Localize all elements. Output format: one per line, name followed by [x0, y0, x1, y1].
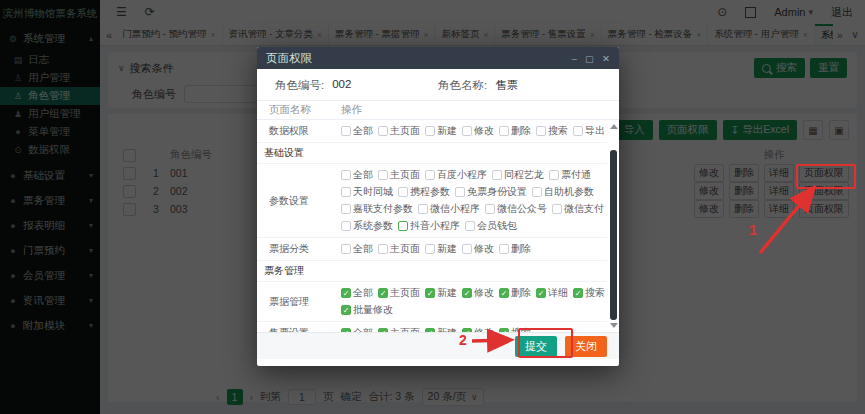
checkbox-icon: [378, 244, 388, 254]
permission-checkbox[interactable]: 嘉联支付参数: [341, 202, 413, 216]
checkbox-label: 免票身份设置: [467, 185, 527, 199]
checkbox-label: 修改: [474, 124, 494, 138]
checkbox-label: 票付通: [561, 168, 591, 182]
permission-checkbox[interactable]: 微信小程序: [418, 202, 480, 216]
scroll-down-icon[interactable]: [610, 323, 618, 328]
checkbox-icon: ✓: [341, 305, 351, 315]
permission-checkbox[interactable]: ✓主页面: [378, 326, 420, 332]
checkbox-icon: [341, 221, 351, 231]
permission-checkbox[interactable]: ✓修改: [462, 286, 494, 300]
checkbox-icon: ✓: [378, 328, 388, 332]
permission-checkbox[interactable]: 全部: [341, 168, 373, 182]
checkbox-label: 微信小程序: [430, 202, 480, 216]
permission-checkbox[interactable]: 新建: [425, 242, 457, 256]
permission-options: ✓全部✓主页面✓新建✓修改✓删除✓详细✓搜索✓批量修改: [341, 285, 607, 318]
permission-checkbox[interactable]: 主页面: [378, 168, 420, 182]
permission-checkbox[interactable]: ✓删除: [499, 286, 531, 300]
permission-table-header: 页面名称 操作: [257, 100, 619, 120]
permission-checkbox[interactable]: ✓批量修改: [341, 303, 393, 317]
modal-role-info: 角色编号: 002 角色名称: 售票: [257, 69, 619, 100]
checkbox-label: 抖音小程序: [410, 219, 460, 233]
permission-checkbox[interactable]: 票付通: [549, 168, 591, 182]
checkbox-icon: [398, 221, 408, 231]
checkbox-icon: [499, 244, 509, 254]
permission-options: 全部主页面百度小程序同程艺龙票付通天时同城携程参数免票身份设置自助机参数嘉联支付…: [341, 167, 607, 234]
permission-checkbox[interactable]: 微信支付: [552, 202, 604, 216]
permission-checkbox[interactable]: 微信公众号: [485, 202, 547, 216]
permission-page-name: 参数设置: [257, 194, 341, 208]
permission-page-name: 票务管理: [257, 264, 336, 278]
permission-scroll-area: 数据权限全部主页面新建修改删除搜索导出基础设置参数设置全部主页面百度小程序同程艺…: [257, 120, 619, 332]
permission-page-name: 票据分类: [257, 242, 341, 256]
scroll-up-icon[interactable]: [610, 124, 618, 129]
permission-checkbox[interactable]: 全部: [341, 242, 373, 256]
permission-checkbox[interactable]: ✓搜索: [573, 286, 605, 300]
permission-checkbox[interactable]: 携程参数: [398, 185, 450, 199]
permission-checkbox[interactable]: ✓搜索: [499, 326, 531, 332]
permission-list: 数据权限全部主页面新建修改删除搜索导出基础设置参数设置全部主页面百度小程序同程艺…: [257, 120, 607, 332]
close-icon[interactable]: ✕: [602, 53, 610, 64]
checkbox-label: 删除: [511, 242, 531, 256]
checkbox-label: 新建: [437, 326, 457, 332]
permission-checkbox[interactable]: ✓新建: [425, 326, 457, 332]
checkbox-label: 百度小程序: [437, 168, 487, 182]
scrollbar-thumb[interactable]: [610, 150, 617, 320]
permission-checkbox[interactable]: 全部: [341, 124, 373, 138]
permission-checkbox[interactable]: ✓主页面: [378, 286, 420, 300]
minimize-icon[interactable]: –: [572, 53, 577, 64]
checkbox-label: 会员钱包: [477, 219, 517, 233]
checkbox-label: 新建: [437, 286, 457, 300]
permission-checkbox[interactable]: ✓全部: [341, 286, 373, 300]
checkbox-icon: [418, 204, 428, 214]
permission-checkbox[interactable]: 系统参数: [341, 219, 393, 233]
permission-checkbox[interactable]: 自助机参数: [532, 185, 594, 199]
permission-checkbox[interactable]: 删除: [499, 242, 531, 256]
checkbox-label: 搜索: [585, 286, 605, 300]
checkbox-label: 系统参数: [353, 219, 393, 233]
checkbox-icon: [492, 170, 502, 180]
permission-checkbox[interactable]: 搜索: [536, 124, 568, 138]
close-button[interactable]: 关闭: [565, 336, 607, 357]
checkbox-label: 修改: [474, 242, 494, 256]
permission-page-name: 票据管理: [257, 295, 341, 309]
permission-checkbox[interactable]: 同程艺龙: [492, 168, 544, 182]
checkbox-icon: [341, 204, 351, 214]
checkbox-icon: [341, 244, 351, 254]
permission-checkbox[interactable]: 抖音小程序: [398, 219, 460, 233]
checkbox-label: 携程参数: [410, 185, 450, 199]
modal-scrollbar[interactable]: [609, 122, 618, 330]
submit-button[interactable]: 提交: [515, 336, 557, 357]
permission-page-name: 基础设置: [257, 146, 336, 160]
permission-checkbox[interactable]: ✓全部: [341, 326, 373, 332]
permission-checkbox[interactable]: 免票身份设置: [455, 185, 527, 199]
checkbox-icon: [398, 187, 408, 197]
permission-checkbox[interactable]: 会员钱包: [465, 219, 517, 233]
checkbox-label: 批量修改: [353, 303, 393, 317]
permission-checkbox[interactable]: 导出: [573, 124, 605, 138]
checkbox-label: 修改: [474, 286, 494, 300]
permission-checkbox[interactable]: 修改: [462, 242, 494, 256]
permission-checkbox[interactable]: 主页面: [378, 124, 420, 138]
permission-row: 基础设置: [257, 143, 607, 164]
checkbox-icon: [552, 204, 562, 214]
permission-checkbox[interactable]: 修改: [462, 124, 494, 138]
checkbox-label: 删除: [511, 286, 531, 300]
permission-row: 票务管理: [257, 261, 607, 282]
checkbox-label: 全部: [353, 168, 373, 182]
permission-checkbox[interactable]: ✓修改: [462, 326, 494, 332]
checkbox-icon: [549, 170, 559, 180]
checkbox-label: 天时同城: [353, 185, 393, 199]
checkbox-label: 全部: [353, 286, 373, 300]
permission-checkbox[interactable]: 百度小程序: [425, 168, 487, 182]
checkbox-icon: [455, 187, 465, 197]
permission-checkbox[interactable]: 新建: [425, 124, 457, 138]
checkbox-icon: ✓: [499, 328, 509, 332]
permission-page-name: 售票设置: [257, 326, 341, 332]
permission-checkbox[interactable]: ✓详细: [536, 286, 568, 300]
permission-checkbox[interactable]: 删除: [499, 124, 531, 138]
checkbox-label: 主页面: [390, 168, 420, 182]
permission-checkbox[interactable]: 主页面: [378, 242, 420, 256]
maximize-icon[interactable]: ▢: [585, 53, 594, 64]
permission-checkbox[interactable]: ✓新建: [425, 286, 457, 300]
permission-checkbox[interactable]: 天时同城: [341, 185, 393, 199]
